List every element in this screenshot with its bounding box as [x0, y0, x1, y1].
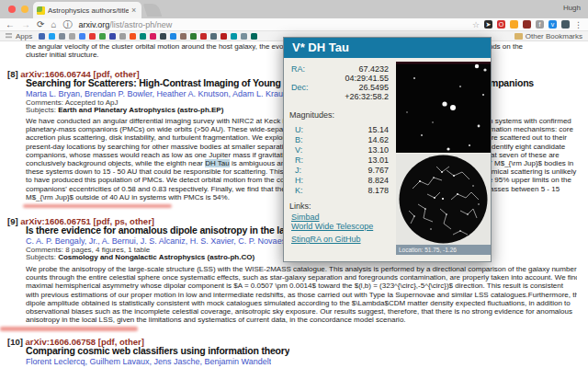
subjects-value: Cosmology and Nongalactic Astrophysics (…	[58, 253, 254, 261]
home-icon[interactable]: ⌂	[51, 20, 56, 29]
magnitude-value: 9.767	[368, 166, 389, 175]
abstract-line: maximal hemispherical asymmetry whose di…	[26, 282, 577, 290]
bookmark-favicon[interactable]	[79, 33, 85, 40]
bookmark-favicon[interactable]	[140, 33, 146, 40]
paper-title: Comparing cosmic web classifiers using i…	[26, 345, 289, 356]
magnitude-band: R:	[295, 155, 303, 165]
bookmark-favicon[interactable]	[210, 33, 217, 40]
popup-header: V* DH Tau	[284, 38, 491, 58]
abstract-line: with previous estimations of our proper …	[26, 291, 577, 299]
folder-icon	[514, 33, 523, 40]
bookmark-favicon[interactable]	[180, 33, 187, 40]
magnitude-value: 15.14	[368, 125, 389, 134]
bookmark-favicon[interactable]	[109, 33, 116, 40]
browser-tab[interactable]: Astrophysics authors/titles "n ×	[33, 2, 141, 18]
magnitudes-label: Magnitudes:	[289, 110, 334, 120]
subjects-key: Subjects:	[26, 106, 58, 114]
bookmark-favicon[interactable]	[241, 33, 247, 40]
red-blur-artifact	[0, 327, 138, 331]
star-info-popup: V* DH Tau RA: 67.4232 04:29:41.55 Dec: 2…	[283, 37, 492, 262]
stingra-github-link[interactable]: StingRA on GitHub	[291, 235, 361, 244]
bookmark-favicon[interactable]	[170, 33, 176, 40]
paper-authors[interactable]: Florent Leclercq, Guilhem Lavaux, Jens J…	[26, 357, 271, 366]
highlight-pre: conclusively background objects, while t…	[26, 159, 205, 167]
blue-extension-icon[interactable]: v	[548, 20, 557, 29]
bookmark-favicon[interactable]	[130, 33, 136, 40]
ra-degrees-value: 67.4232	[358, 64, 389, 74]
abstract-line: counts through the entire celestial sphe…	[26, 273, 577, 282]
paper-subjects: Subjects: Cosmology and Nongalactic Astr…	[26, 253, 254, 261]
paper-authors[interactable]: C. A. P. Bengaly, Jr., A. Bernui, J. S. …	[26, 236, 286, 246]
bookmark-favicon[interactable]	[251, 33, 257, 40]
bookmark-favicon[interactable]	[220, 33, 227, 40]
profile-name[interactable]: Hugh	[563, 4, 581, 12]
bookmark-favicon[interactable]	[99, 33, 106, 40]
minimize-window-button[interactable]	[21, 6, 28, 13]
magnitude-value: 13.01	[368, 155, 389, 165]
bookmark-favicon[interactable]	[231, 33, 237, 40]
magnitude-band: B:	[295, 135, 303, 144]
browser-toolbar: ← → ⟳ ⌂ ⓘ arxiv.org/list/astro-ph/new ☆ …	[0, 18, 588, 31]
orange-extension-icon[interactable]	[510, 20, 518, 29]
bookmark-favicon[interactable]	[150, 33, 156, 40]
tab-close-icon[interactable]: ×	[131, 6, 136, 15]
magnitude-band: H:	[295, 176, 303, 185]
magnitude-band: J:	[295, 166, 301, 175]
subjects-key: Subjects:	[26, 253, 58, 261]
arxiv-favicon-icon	[37, 6, 45, 15]
abstract-line: We probe the anisotropy of the large-sca…	[26, 265, 577, 273]
bookmark-favicon[interactable]	[89, 33, 96, 40]
paper-index: [10]	[7, 337, 23, 347]
reload-icon[interactable]: ⟳	[37, 20, 44, 29]
bookmark-favicon[interactable]	[59, 33, 65, 40]
apps-grid-icon[interactable]	[6, 33, 12, 40]
magnitude-value: 13.10	[368, 145, 389, 155]
close-window-button[interactable]	[8, 6, 16, 13]
abstract-line: dipole amplitude obtained is statistical…	[26, 299, 577, 307]
magnitude-band: K:	[295, 186, 303, 195]
dec-dms-value: +26:32:58.2	[345, 92, 389, 101]
new-tab-button[interactable]	[143, 4, 163, 17]
bookmark-favicon[interactable]	[200, 33, 207, 40]
red-blur-artifact	[23, 204, 172, 208]
abstract-line: observational biases such as the incompl…	[26, 307, 577, 316]
address-bar[interactable]: arxiv.org/list/astro-ph/new	[78, 20, 172, 29]
ra-hms-value: 04:29:41.55	[345, 74, 389, 83]
page-info-icon[interactable]: ⓘ	[62, 20, 72, 29]
bookmark-favicon[interactable]	[49, 33, 55, 40]
wwt-link[interactable]: World Wide Telescope	[291, 222, 373, 231]
pointer-extension-icon[interactable]: ➤	[484, 20, 492, 29]
paper-subjects: Subjects: Earth and Planetary Astrophysi…	[26, 106, 223, 114]
url-path: /list/astro-ph/new	[109, 20, 172, 29]
gray-extension-icon[interactable]: f	[536, 20, 544, 29]
paper-title-tail: mpanions	[490, 77, 534, 88]
other-bookmarks[interactable]: Other Bookmarks	[514, 32, 582, 40]
magnitude-band: U:	[295, 125, 303, 134]
magnitude-value: 14.62	[368, 135, 389, 144]
simbad-link[interactable]: Simbad	[291, 213, 320, 222]
constellation-chart-image	[396, 154, 491, 245]
bookmark-favicon[interactable]	[190, 33, 197, 40]
bookmark-favicon[interactable]	[160, 33, 166, 40]
apps-label[interactable]: Apps	[16, 32, 32, 40]
bookmark-favicon[interactable]	[119, 33, 126, 40]
dec-label: Dec:	[291, 83, 309, 92]
dark-red-extension-icon[interactable]	[523, 20, 531, 29]
dec-degrees-value: 26.5495	[358, 83, 389, 92]
bookmark-favicon[interactable]	[69, 33, 75, 40]
dss-sky-image	[396, 62, 491, 153]
shield-extension-icon[interactable]	[561, 20, 570, 29]
bookmark-favicon[interactable]	[39, 33, 45, 40]
back-icon[interactable]: ←	[6, 20, 15, 29]
bookmark-star-icon[interactable]: ☆	[472, 20, 480, 29]
ra-label: RA:	[291, 64, 305, 74]
paper-index: [8]	[7, 69, 18, 79]
browser-menu-icon[interactable]: ⋮	[574, 20, 582, 29]
links-label: Links:	[289, 201, 311, 211]
red-ring-extension-icon[interactable]: O	[497, 20, 505, 29]
other-bookmarks-label: Other Bookmarks	[526, 32, 582, 40]
highlighted-term[interactable]: DH Tau	[205, 159, 230, 167]
abstract-line: anisotropy in the local LSS, given the l…	[26, 316, 577, 324]
forward-icon[interactable]: →	[21, 20, 30, 29]
magnitude-value: 8.178	[368, 186, 389, 195]
